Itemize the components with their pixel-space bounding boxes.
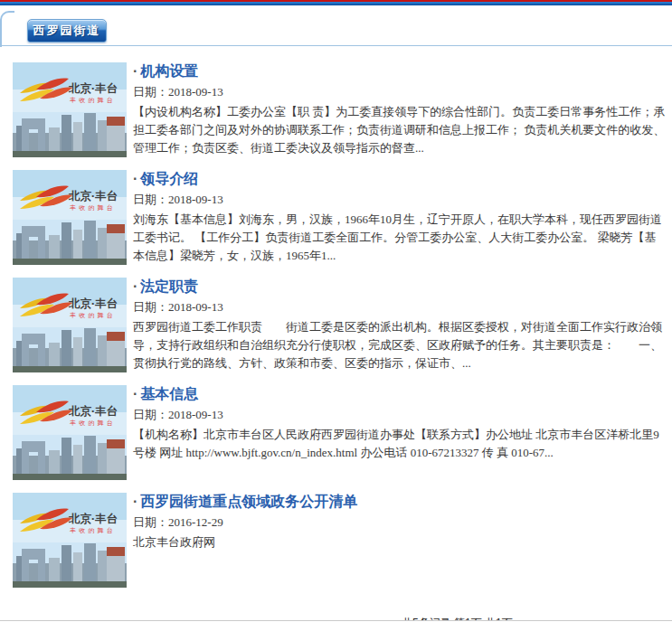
- article-title-link[interactable]: 机构设置: [140, 63, 198, 79]
- thumbnail-slogan-text: 丰收的舞台: [70, 527, 116, 534]
- thumbnail-slogan-text: 丰收的舞台: [70, 97, 116, 104]
- article-summary: 西罗园街道工委工作职责 街道工委是区委的派出机构。根据区委授权，对街道全面工作实…: [133, 318, 667, 372]
- thumbnail-brand-text: 北京·丰台: [68, 297, 118, 310]
- article-content: ·基本信息 日期：2018-09-13 【机构名称】北京市丰台区人民政府西罗园街…: [133, 385, 667, 480]
- article-list: 北京·丰台 丰收的舞台 ·机构设置 日期：2018-09-13 【内设机构名称】…: [0, 42, 672, 588]
- city-skyline-graphic: [13, 221, 127, 265]
- title-bullet: ·: [133, 63, 137, 79]
- article-summary: 【机构名称】北京市丰台区人民政府西罗园街道办事处【联系方式】办公地址 北京市丰台…: [133, 426, 667, 462]
- city-skyline-graphic: [13, 328, 127, 372]
- article-content: ·法定职责 日期：2018-09-13 西罗园街道工委工作职责 街道工委是区委的…: [133, 278, 667, 372]
- thumbnail-brand-text: 北京·丰台: [68, 512, 118, 525]
- date-value: 2018-09-13: [168, 85, 223, 99]
- tab-xiluoyuan-street[interactable]: 西罗园街道: [27, 19, 107, 42]
- list-item: 北京·丰台 丰收的舞台 ·法定职责 日期：2018-09-13 西罗园街道工委工…: [13, 278, 667, 372]
- thumbnail-slogan-text: 丰收的舞台: [70, 204, 116, 212]
- footer-divider-line: [0, 620, 672, 621]
- thumbnail-link[interactable]: 北京·丰台 丰收的舞台: [13, 170, 127, 265]
- date-label: 日期：: [133, 408, 168, 421]
- title-bullet: ·: [133, 386, 137, 401]
- rounded-corner-border: [0, 11, 14, 47]
- date-label: 日期：: [133, 193, 168, 206]
- article-content: ·机构设置 日期：2018-09-13 【内设机构名称】工委办公室【职 责】为工…: [133, 62, 667, 157]
- beijing-fengtai-thumbnail-image: 北京·丰台 丰收的舞台: [13, 62, 127, 157]
- header-divider-line: [0, 45, 672, 46]
- city-skyline-graphic: [13, 113, 127, 157]
- list-item: 北京·丰台 丰收的舞台 ·基本信息 日期：2018-09-13 【机构名称】北京…: [13, 385, 667, 480]
- title-bullet: ·: [133, 171, 137, 186]
- thumbnail-brand-text: 北京·丰台: [68, 81, 118, 95]
- article-date: 日期：2016-12-29: [133, 515, 667, 530]
- thumbnail-brand-text: 北京·丰台: [68, 189, 118, 203]
- thumbnail-brand-text: 北京·丰台: [68, 404, 118, 418]
- article-date: 日期：2018-09-13: [133, 300, 667, 315]
- section-header: 西罗园街道: [0, 5, 672, 42]
- article-content: ·西罗园街道重点领域政务公开清单 日期：2016-12-29 北京丰台政府网: [133, 493, 667, 588]
- beijing-fengtai-thumbnail-image: 北京·丰台 丰收的舞台: [13, 493, 127, 588]
- thumbnail-slogan-text: 丰收的舞台: [70, 419, 116, 427]
- city-skyline-graphic: [13, 436, 127, 480]
- beijing-fengtai-thumbnail-image: 北京·丰台 丰收的舞台: [13, 385, 127, 480]
- date-label: 日期：: [133, 85, 168, 99]
- article-summary: 北京丰台政府网: [133, 533, 667, 551]
- article-date: 日期：2018-09-13: [133, 193, 667, 207]
- article-title-link[interactable]: 基本信息: [140, 386, 198, 401]
- article-date: 日期：2018-09-13: [133, 408, 667, 422]
- article-summary: 【内设机构名称】工委办公室【职 责】为工委直接领导下的综合性部门。负责工委日常事…: [133, 103, 667, 157]
- list-item: 北京·丰台 丰收的舞台 ·机构设置 日期：2018-09-13 【内设机构名称】…: [13, 62, 667, 157]
- tab-label: 西罗园街道: [28, 20, 106, 42]
- thumbnail-slogan-text: 丰收的舞台: [70, 312, 116, 319]
- article-date: 日期：2018-09-13: [133, 85, 667, 99]
- date-value: 2018-09-13: [168, 408, 223, 421]
- thumbnail-link[interactable]: 北京·丰台 丰收的舞台: [13, 493, 127, 588]
- city-skyline-graphic: [13, 543, 127, 588]
- article-title-link[interactable]: 西罗园街道重点领域政务公开清单: [140, 494, 357, 509]
- title-bullet: ·: [133, 278, 137, 294]
- beijing-fengtai-thumbnail-image: 北京·丰台 丰收的舞台: [13, 278, 127, 372]
- thumbnail-link[interactable]: 北京·丰台 丰收的舞台: [13, 62, 127, 157]
- article-summary: 刘海东【基本信息】刘海东，男，汉族，1966年10月生，辽宁开原人，在职大学本科…: [133, 211, 667, 265]
- date-label: 日期：: [133, 515, 168, 529]
- beijing-fengtai-thumbnail-image: 北京·丰台 丰收的舞台: [13, 170, 127, 265]
- thumbnail-link[interactable]: 北京·丰台 丰收的舞台: [13, 385, 127, 480]
- list-item: 北京·丰台 丰收的舞台 ·领导介绍 日期：2018-09-13 刘海东【基本信息…: [13, 170, 667, 265]
- title-bullet: ·: [133, 494, 137, 509]
- thumbnail-link[interactable]: 北京·丰台 丰收的舞台: [13, 278, 127, 372]
- date-value: 2018-09-13: [168, 300, 223, 314]
- date-value: 2016-12-29: [168, 515, 223, 529]
- article-title-link[interactable]: 法定职责: [140, 278, 198, 294]
- article-title-link[interactable]: 领导介绍: [140, 171, 198, 186]
- list-item: 北京·丰台 丰收的舞台 ·西罗园街道重点领域政务公开清单 日期：2016-12-…: [13, 493, 667, 588]
- article-content: ·领导介绍 日期：2018-09-13 刘海东【基本信息】刘海东，男，汉族，19…: [133, 170, 667, 265]
- date-value: 2018-09-13: [168, 193, 223, 206]
- date-label: 日期：: [133, 300, 168, 314]
